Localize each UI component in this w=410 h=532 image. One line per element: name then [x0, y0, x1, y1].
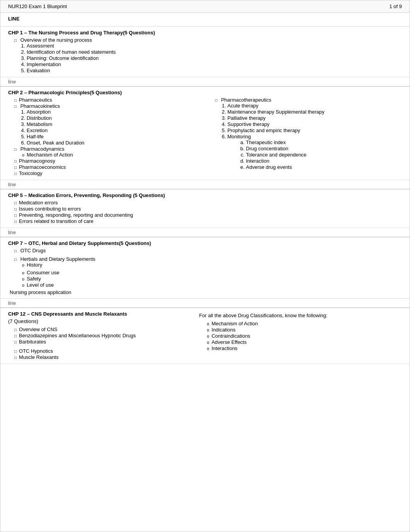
- herbals-sub-list: History: [14, 262, 402, 268]
- list-item: Herbals and Dietary Supplements History …: [14, 256, 402, 288]
- page-number: 1 of 9: [389, 3, 402, 9]
- chp12-left-col: CHP 12 – CNS Depressants and Muscle Rela…: [8, 311, 195, 360]
- list-item: Contraindications: [207, 333, 402, 339]
- divider-line-4: line: [0, 299, 410, 308]
- chp1-heading: CHP 1 – The Nursing Process and Drug The…: [8, 30, 402, 36]
- chp1-bullet1: Overview of the nursing process Assessme…: [14, 37, 402, 73]
- list-item: Metabolism: [27, 121, 201, 127]
- kinetics-list: Absorption Distribution Metabolism Excre…: [14, 109, 201, 146]
- divider-line-2: line: [0, 180, 410, 189]
- list-item: Barbiturates: [14, 339, 195, 345]
- list-item: Palliative therapy: [227, 115, 402, 121]
- list-item: Absorption: [27, 109, 201, 115]
- list-item: Overview of CNS: [14, 326, 195, 332]
- herbals-sub-list2: Consumer use Safety Level of use: [14, 270, 402, 288]
- list-item: Pharmacoeconomics: [14, 164, 201, 170]
- page-title: NUR120 Exam 1 Blueprint: [8, 3, 67, 9]
- list-item: Adverse drug events: [246, 164, 402, 170]
- chp12-right-intro: For all the above Drug Classifications, …: [199, 313, 402, 318]
- list-item: Pharmacodynamics Mechanism of Action: [14, 146, 201, 158]
- list-item: Acute therapy: [227, 103, 402, 109]
- list-item: Evaluation: [27, 68, 402, 73]
- dynamics-sub-list: Mechanism of Action: [14, 152, 201, 158]
- list-item: Distribution: [27, 115, 201, 121]
- monitoring-list: Therapeutic index Drug concentration Tol…: [227, 139, 402, 170]
- list-item: Mechanism of Action: [207, 321, 402, 326]
- list-item: Preventing, responding, reporting and do…: [14, 212, 402, 218]
- chp5-heading: CHP 5 – Medication Errors, Preventing, R…: [8, 192, 402, 198]
- list-item: Half-life: [27, 134, 201, 139]
- chp12-right-col: For all the above Drug Classifications, …: [199, 311, 402, 360]
- list-item: Indications: [207, 327, 402, 333]
- list-item: Errors related to transition of care: [14, 218, 402, 224]
- list-item: Implementation: [27, 61, 402, 67]
- chp2-right-col: Pharmacotherapeutics Acute therapy Maint…: [209, 97, 402, 177]
- chp1-numbered-list: Assessment Identification of human need …: [14, 43, 402, 73]
- list-item: Prophylactic and empiric therapy: [227, 127, 402, 133]
- list-item: History: [22, 262, 402, 268]
- list-item: Issues contributing to errors: [14, 206, 402, 212]
- list-item: Level of use: [22, 282, 402, 288]
- list-item: OTC Drugs: [14, 248, 402, 253]
- list-item: Planning: Outcome identification: [27, 55, 402, 61]
- chp12-right-list: Mechanism of Action Indications Contrain…: [199, 321, 402, 351]
- list-item: Adverse Effects: [207, 339, 402, 345]
- chp12-questions: (7 Questions): [8, 318, 195, 324]
- chp2-left-col: Pharmaceutics Pharmacokinetics Absorptio…: [8, 97, 201, 177]
- list-item: Supportive therapy: [227, 121, 402, 127]
- list-item: Identification of human need statements: [27, 49, 402, 55]
- list-item: Assessment: [27, 43, 402, 49]
- chp7-heading: CHP 7 – OTC, Herbal and Dietary Suppleme…: [8, 240, 402, 246]
- line-label: LINE: [8, 16, 402, 22]
- list-item: Monitoring Therapeutic index Drug concen…: [227, 134, 402, 170]
- list-item: Drug concentration: [246, 146, 402, 151]
- list-item: Muscle Relaxants: [14, 354, 195, 360]
- list-item: Medication errors: [14, 200, 402, 206]
- list-item: Maintenance therapy Supplemental therapy: [227, 109, 402, 115]
- list-item: Excretion: [27, 127, 201, 133]
- pharmacotherapeutics-list: Acute therapy Maintenance therapy Supple…: [215, 103, 402, 170]
- divider-line-1: line: [0, 77, 410, 87]
- list-item: Onset, Peak and Duration: [27, 140, 201, 146]
- list-item: Safety: [22, 276, 402, 282]
- divider-line-3: line: [0, 228, 410, 237]
- list-item: Pharmacognosy: [14, 158, 201, 164]
- nursing-process: Nursing process application: [8, 289, 402, 295]
- list-item: Interactions: [207, 345, 402, 351]
- chp12-heading: CHP 12 – CNS Depressants and Muscle Rela…: [8, 311, 195, 317]
- list-item: Pharmacokinetics Absorption Distribution…: [14, 103, 201, 146]
- list-item: Toxicology: [14, 170, 201, 176]
- list-item: Consumer use: [22, 270, 402, 275]
- chp2-heading: CHP 2 – Pharmacologic Principles(5 Quest…: [8, 90, 402, 95]
- list-item: Pharmaceutics: [14, 97, 201, 103]
- list-item: Interaction: [246, 158, 402, 164]
- list-item: Mechanism of Action: [22, 152, 201, 158]
- list-item: Benzodiazepines and Miscellaneous Hypnot…: [14, 333, 195, 338]
- list-item: Tolerance and dependence: [246, 152, 402, 158]
- list-item: Pharmacotherapeutics Acute therapy Maint…: [215, 97, 402, 170]
- list-item: Therapeutic index: [246, 139, 402, 145]
- list-item: OTC Hypnotics: [14, 348, 195, 354]
